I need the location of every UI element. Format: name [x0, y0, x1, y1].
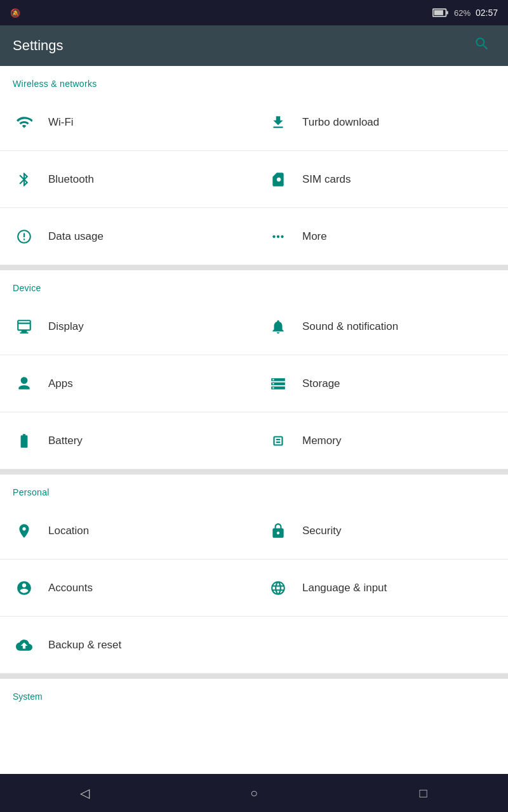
- data-usage-label: Data usage: [48, 230, 104, 243]
- sim-cards-label: SIM cards: [302, 173, 351, 186]
- apps-label: Apps: [48, 377, 73, 390]
- bluetooth-label: Bluetooth: [48, 173, 94, 186]
- security-item[interactable]: Security: [254, 502, 508, 560]
- settings-content: Wireless & networks Wi-Fi Turbo download…: [0, 66, 508, 774]
- device-grid: Display Sound & notification Apps Storag…: [0, 298, 508, 469]
- security-label: Security: [302, 525, 341, 537]
- more-item[interactable]: More: [254, 208, 508, 265]
- language-input-item[interactable]: Language & input: [254, 560, 508, 617]
- home-icon: ○: [250, 786, 258, 801]
- battery-label: Battery: [48, 435, 83, 447]
- accounts-item[interactable]: Accounts: [0, 560, 254, 617]
- personal-system-divider: [0, 674, 508, 679]
- home-button[interactable]: ○: [235, 774, 273, 812]
- backup-icon: [13, 634, 36, 657]
- display-icon: [13, 315, 36, 338]
- battery-percent: 62%: [454, 8, 471, 18]
- status-time: 02:57: [476, 8, 498, 18]
- device-personal-divider: [0, 469, 508, 475]
- language-input-label: Language & input: [302, 582, 387, 594]
- system-section-header: System: [0, 679, 508, 707]
- battery-icon: [432, 4, 449, 21]
- search-button[interactable]: [469, 30, 495, 61]
- back-button[interactable]: ◁: [65, 774, 104, 812]
- location-label: Location: [48, 525, 89, 537]
- wifi-icon: [13, 111, 36, 134]
- accounts-label: Accounts: [48, 582, 93, 594]
- bluetooth-icon: [13, 168, 36, 191]
- wifi-item[interactable]: Wi-Fi: [0, 94, 254, 151]
- app-title: Settings: [13, 37, 64, 54]
- bluetooth-item[interactable]: Bluetooth: [0, 151, 254, 208]
- memory-item[interactable]: Memory: [254, 412, 508, 469]
- display-label: Display: [48, 320, 84, 333]
- sound-notification-item[interactable]: Sound & notification: [254, 298, 508, 355]
- wireless-device-divider: [0, 265, 508, 270]
- sim-cards-item[interactable]: SIM cards: [254, 151, 508, 208]
- recent-icon: □: [420, 786, 427, 801]
- sound-icon: [267, 315, 290, 338]
- turbo-download-icon: [267, 111, 290, 134]
- turbo-download-item[interactable]: Turbo download: [254, 94, 508, 151]
- personal-single-grid: Backup & reset: [0, 617, 508, 674]
- more-icon: [267, 225, 290, 248]
- wireless-section-header: Wireless & networks: [0, 66, 508, 94]
- app-bar: Settings: [0, 25, 508, 66]
- battery-settings-icon: [13, 429, 36, 452]
- memory-icon: [267, 429, 290, 452]
- notification-icon: 🔕: [10, 8, 20, 18]
- svg-rect-2: [446, 11, 448, 14]
- sim-icon: [267, 168, 290, 191]
- storage-item[interactable]: Storage: [254, 355, 508, 412]
- recent-button[interactable]: □: [404, 774, 443, 812]
- backup-reset-label: Backup & reset: [48, 639, 121, 652]
- apps-icon: [13, 372, 36, 395]
- wireless-grid: Wi-Fi Turbo download Bluetooth SIM cards: [0, 94, 508, 265]
- status-bar-left: 🔕: [10, 8, 427, 18]
- data-usage-item[interactable]: Data usage: [0, 208, 254, 265]
- more-label: More: [302, 230, 327, 243]
- wifi-label: Wi-Fi: [48, 116, 74, 129]
- storage-icon: [267, 372, 290, 395]
- personal-grid: Location Security Accounts Language & in…: [0, 502, 508, 617]
- battery-item[interactable]: Battery: [0, 412, 254, 469]
- language-icon: [267, 577, 290, 599]
- storage-label: Storage: [302, 377, 340, 390]
- device-section-header: Device: [0, 270, 508, 298]
- turbo-download-label: Turbo download: [302, 116, 379, 129]
- personal-section-header: Personal: [0, 475, 508, 502]
- location-item[interactable]: Location: [0, 502, 254, 560]
- data-usage-icon: [13, 225, 36, 248]
- accounts-icon: [13, 577, 36, 599]
- nav-bar: ◁ ○ □: [0, 774, 508, 812]
- svg-rect-1: [434, 10, 443, 15]
- sound-notification-label: Sound & notification: [302, 320, 398, 333]
- location-icon: [13, 520, 36, 542]
- back-icon: ◁: [80, 785, 90, 801]
- status-bar: 🔕 62% 02:57: [0, 0, 508, 25]
- display-item[interactable]: Display: [0, 298, 254, 355]
- memory-label: Memory: [302, 435, 341, 447]
- security-icon: [267, 520, 290, 542]
- apps-item[interactable]: Apps: [0, 355, 254, 412]
- backup-reset-item[interactable]: Backup & reset: [0, 617, 254, 674]
